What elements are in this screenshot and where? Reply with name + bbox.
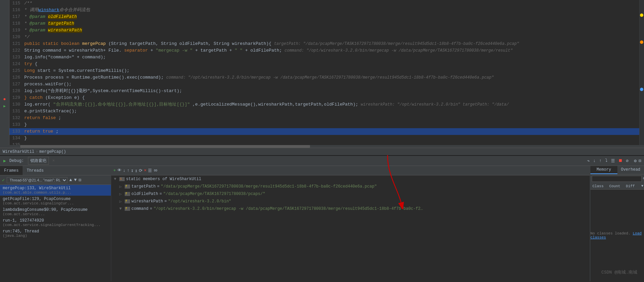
memory-col-count: Count [607, 183, 624, 189]
breadcrumb-part-1[interactable]: WireSharkUtil [3, 149, 34, 154]
debug-settings-icon[interactable]: ⚙ [634, 158, 637, 164]
gutter-mark-info [640, 88, 643, 91]
add-watch-icon[interactable]: 👁 [117, 168, 122, 173]
var-toolbar-icon5[interactable]: ↥ [135, 168, 137, 173]
breadcrumb: WireSharkUtil › mergePcap() [0, 148, 644, 155]
code-line-127: 127 process.waitFor(); [9, 81, 639, 88]
frame-item-2[interactable]: lambda$msgConsume$0:90, PcapConsume (com… [0, 206, 111, 217]
gutter-mark-warning [640, 13, 643, 17]
debug-resume-button[interactable]: ▶ [3, 158, 7, 164]
breadcrumb-part-2[interactable]: mergePcap() [39, 149, 66, 154]
watermark: CSDN @南城.南城 [601, 269, 637, 275]
debug-step-over-button[interactable]: ↷ [586, 158, 590, 164]
code-line-131: 131 e.printStackTrace(); [9, 108, 639, 115]
gutter-mark-error [640, 40, 643, 44]
var-wiresharkpath[interactable]: ▷ f wiresharkPath = "/opt/wireshark-3.2.… [111, 198, 590, 205]
tab-overhead[interactable]: Overhead [617, 166, 644, 174]
debug-mute-button[interactable]: ⊘ [625, 158, 630, 164]
debug-evaluate-button[interactable]: ☰ [610, 158, 616, 164]
code-panel: 115 /** 116 * 调用winshark命令合并码流包 117 * @p… [9, 0, 639, 145]
memory-body: No classes loaded. Load classes [590, 190, 644, 281]
memory-col-class: Class [590, 183, 607, 189]
variables-toolbar: + 👁 ↓ ↑ ↧ ↥ ⟳ × ☰ ∞ [111, 166, 590, 175]
var-oldfilepath[interactable]: ▷ f oldFilePath = "/data/pcapMerge/TASK1… [111, 190, 590, 198]
debug-panel: ▶ Debug: 锁路窗疤 × ↷ ↓ ↑ ⤵ ☰ ⏹ ⊘ ⚙ ⊟ Frames [0, 155, 644, 281]
memory-overhead-panel: Memory Overhead ⚙ Class Count Diff ▼ No … [590, 166, 644, 281]
var-toolbar-icon9[interactable]: ∞ [154, 168, 157, 174]
code-line-115: 115 /** [9, 0, 639, 7]
memory-no-classes-text: No classes loaded. [590, 231, 631, 235]
memory-col-diff: Diff [624, 183, 641, 189]
code-line-125: 125 Long start = System.currentTimeMilli… [9, 67, 639, 74]
var-toolbar-icon4[interactable]: ↧ [131, 168, 133, 173]
frame-item-4[interactable]: run:745, Thread (java.lang) [0, 228, 111, 239]
memory-search-input[interactable] [592, 176, 642, 182]
var-command[interactable]: ▼ f command = "/opt/wireshark-3.2.0/bin/… [111, 205, 590, 213]
frame-item-0[interactable]: mergePcap:133, WireSharkUtil (com.act.ab… [0, 185, 111, 196]
var-toolbar-icon7[interactable]: × [144, 168, 147, 173]
code-line-124: 124 try { [9, 61, 639, 67]
frames-list: mergePcap:133, WireSharkUtil (com.act.ab… [0, 185, 111, 281]
debug-panel-topright: ↷ ↓ ↑ ⤵ ☰ ⏹ ⊘ ⚙ ⊟ [586, 158, 641, 164]
frames-threads-tabs: Frames Threads [0, 166, 111, 175]
code-line-130: 130 log.error( "合并码流失败:[{}],命令地址[{}],合并地… [9, 101, 639, 108]
code-line-118: 118 * @param targetPath [9, 20, 639, 27]
add-watch-button[interactable]: + [113, 168, 116, 173]
frames-toolbar: ✓ Thread-55"@21.4... "main": RUNNING ▲ ▼… [0, 175, 111, 185]
tab-threads[interactable]: Threads [23, 166, 48, 175]
frames-panel: Frames Threads ✓ Thread-55"@21.4... "mai… [0, 166, 111, 281]
code-line-119: 119 * @param wiresharkPath [9, 27, 639, 34]
code-line-122: 122 String command = wiresharkPath+ File… [9, 47, 639, 54]
code-line-133a: 133 } [9, 121, 639, 128]
code-line-133-return: 133 return true ; [9, 128, 639, 135]
debug-run-to-cursor-button[interactable]: ⤵ [605, 158, 608, 164]
code-line-134: 134 } [9, 135, 639, 142]
code-line-128: 128 log.info("合并耗时[{}]毫秒",System.current… [9, 88, 639, 94]
thread-selector[interactable]: Thread-55"@21.4... "main": RUNNING [7, 177, 67, 183]
debug-content: Frames Threads ✓ Thread-55"@21.4... "mai… [0, 166, 644, 281]
frame-item-1[interactable]: getPcapFile:129, PcapConsume (com.act.se… [0, 196, 111, 206]
editor-scrollbar-thumb[interactable] [20, 145, 310, 148]
code-line-117: 117 * @param oldFilePath [9, 13, 639, 20]
code-line-123: 123 log.info("command=" + command); [9, 54, 639, 61]
tab-memory[interactable]: Memory [590, 166, 617, 174]
code-line-135: 135 [9, 142, 639, 145]
var-toolbar-icon2[interactable]: ↓ [123, 168, 126, 173]
breakpoint-gutter: ● ▶ [0, 0, 9, 145]
memory-table-header: Class Count Diff ▼ [590, 183, 644, 190]
editor-area: ● ▶ 115 /** 116 * 调用winshark命令合并码流包 [0, 0, 644, 145]
thread-nav-down[interactable]: ▼ [74, 177, 77, 182]
var-toolbar-icon6[interactable]: ⟳ [139, 168, 143, 173]
code-line-121: 121 public static boolean mergePcap (Str… [9, 40, 639, 47]
breakpoint-icon[interactable]: ● [3, 96, 6, 102]
debug-tab-name[interactable]: 锁路窗疤 [28, 157, 49, 165]
debug-step-into-button[interactable]: ↓ [592, 158, 596, 164]
debug-toolbar: ▶ Debug: 锁路窗疤 × ↷ ↓ ↑ ⤵ ☰ ⏹ ⊘ ⚙ ⊟ [0, 156, 644, 166]
debug-minimize-icon[interactable]: ⊟ [639, 158, 641, 164]
var-targetpath[interactable]: ▷ f targetPath = "/data/pcapMerge/TASK16… [111, 183, 590, 190]
memory-col-sort-icon[interactable]: ▼ [641, 183, 644, 189]
tab-frames[interactable]: Frames [0, 166, 23, 175]
thread-check-icon: ✓ [2, 177, 5, 183]
execution-pointer-icon: ▶ [3, 104, 6, 108]
thread-filter-icon[interactable]: ⊟ [79, 177, 81, 183]
thread-nav-up[interactable]: ▲ [69, 177, 72, 182]
var-toolbar-icon3[interactable]: ↑ [127, 168, 130, 173]
code-line-132: 132 return false ; [9, 115, 639, 121]
editor-right-gutter [639, 0, 644, 145]
debug-step-out-button[interactable]: ↑ [599, 158, 603, 164]
debug-label: Debug: [9, 159, 24, 163]
code-line-116: 116 * 调用winshark命令合并码流包 [9, 7, 639, 13]
code-line-126: 126 Process process = Runtime.getRuntime… [9, 74, 639, 81]
debug-stop-button[interactable]: ⏹ [618, 158, 623, 164]
code-line-120: 120 */ [9, 34, 639, 40]
var-toolbar-icon8[interactable]: ☰ [148, 168, 152, 173]
var-static-members[interactable]: ▼ S static members of WireSharkUtil [111, 175, 590, 183]
memory-tabs: Memory Overhead [590, 166, 644, 174]
code-line-129: 129 } catch (Exception e) { [9, 94, 639, 101]
memory-search-bar: ⚙ [590, 174, 644, 183]
editor-scrollbar[interactable] [0, 145, 644, 148]
frame-item-3[interactable]: run-1, 1927474920 (com.act.service.signa… [0, 217, 111, 228]
variables-panel: + 👁 ↓ ↑ ↧ ↥ ⟳ × ☰ ∞ ▼ S static members o… [111, 166, 590, 281]
